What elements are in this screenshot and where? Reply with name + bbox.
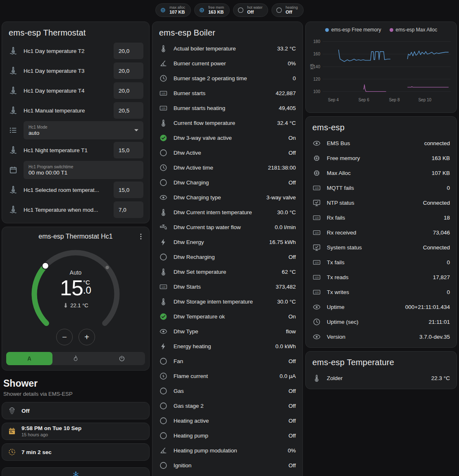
entity-row[interactable]: Uptime 000+21:11:01.434 [306, 299, 457, 314]
entity-row[interactable]: 123 Rx received 73,046 [306, 225, 457, 240]
thermostat-dial[interactable]: Auto 15 °C .0 22.1 °C − + [26, 243, 125, 345]
increase-temp-button[interactable]: + [78, 329, 95, 345]
legend-label: ems-esp Max Alloc [396, 27, 438, 33]
entity-input[interactable]: Hc1 Mode auto [24, 121, 143, 139]
entity-row[interactable]: EMS Bus connected [306, 136, 457, 151]
entity-row[interactable]: 123 Tx reads 17,827 [306, 270, 457, 285]
entity-row[interactable]: Dhw Storage intern temperature 30.0 °C [152, 294, 302, 309]
entity-input[interactable]: Hc1 Program switchtime 00 mo 00:00 T1 [24, 161, 143, 179]
entity-row[interactable]: Burner stage 2 operating time 0 [152, 71, 302, 86]
entity-row[interactable]: Dhw 3-way valve active On [152, 130, 302, 145]
chip-value: 107 KB [169, 10, 185, 15]
entity-value: 49,405 [279, 105, 296, 111]
entity-row[interactable]: Heating pump modulation 0% [152, 443, 302, 458]
entity-label: Free memory [327, 155, 426, 161]
status-chip[interactable]: heating Off [271, 3, 304, 17]
entity-row[interactable]: Current flow temperature 32.4 °C [152, 115, 302, 130]
svg-text:123: 123 [162, 285, 165, 288]
chart-legend: ems-esp Free memory ems-esp Max Alloc [309, 24, 453, 33]
mode-heat-button[interactable] [52, 352, 99, 365]
entity-input[interactable]: 15,0 [114, 182, 143, 198]
entity-input[interactable]: 20,5 [114, 102, 143, 119]
entity-row[interactable]: Dhw Type flow [152, 324, 302, 339]
entity-row[interactable]: Ignition Off [152, 458, 302, 473]
entity-input[interactable]: 20,0 [114, 43, 143, 59]
entity-label: Heating pump [174, 433, 283, 439]
header-chips: max alloc 107 KB free mem 163 KB hot wat… [0, 0, 459, 20]
entity-row[interactable]: Energy heating 0.0 kWh [152, 339, 302, 354]
status-chip[interactable]: free mem 163 KB [194, 3, 230, 17]
entity-row[interactable]: Dhw Temperature ok On [152, 309, 302, 324]
entity-row[interactable]: Free memory 163 KB [306, 151, 457, 165]
mode-auto-button[interactable] [6, 352, 52, 365]
decrease-temp-button[interactable]: − [56, 329, 73, 345]
entity-row[interactable]: Gas Off [152, 383, 302, 398]
more-menu-icon[interactable] [137, 232, 145, 241]
entity-row[interactable]: Actual boiler temperature 33.2 °C [152, 41, 302, 56]
entity-row[interactable]: 123 Dhw Starts 373,482 [152, 279, 302, 294]
shower-last-time-row[interactable]: 9:58 PM on Tue 10 Sep 15 hours ago [2, 423, 150, 440]
entity-row[interactable]: Dhw Active time 2181:38:00 [152, 160, 302, 175]
entity-input[interactable]: 20,0 [114, 82, 143, 99]
entity-row[interactable]: 123 Rx fails 18 [306, 210, 457, 225]
entity-row[interactable]: 123 Tx fails 0 [306, 255, 457, 270]
entity-value: Off [288, 418, 296, 424]
entity-value: 22.3 °C [431, 375, 450, 381]
circle-icon [159, 431, 168, 440]
shower-duration-row[interactable]: 7 min 2 sec [2, 443, 150, 461]
entity-row[interactable]: Fan Off [152, 354, 302, 368]
entity-row[interactable]: Dhw Current tap water flow 0.0 l/min [152, 220, 302, 234]
entity-value: Connected [423, 244, 450, 251]
entity-value: flow [286, 328, 296, 335]
entity-value: On [288, 135, 296, 141]
entity-row[interactable]: NTP status Connected [306, 195, 457, 210]
entity-row[interactable]: Dhw Recharging Off [152, 249, 302, 264]
entity-row[interactable]: Dhw Active Off [152, 145, 302, 160]
entity-row[interactable]: Dhw Energy 16.75 kWh [152, 234, 302, 249]
left-column: ems-esp Thermostat Hc1 Day temperature T… [2, 22, 150, 476]
entity-row[interactable]: Max Alloc 107 KB [306, 165, 457, 180]
status-chip[interactable]: max alloc 107 KB [155, 3, 191, 17]
entity-row[interactable]: Gas stage 2 Off [152, 398, 302, 413]
circle-icon [237, 7, 244, 14]
entity-row[interactable]: 123 Tx writes 0 [306, 285, 457, 299]
entity-row[interactable]: Flame current 0.0 µA [152, 368, 302, 383]
entity-row[interactable]: Zolder 22.3 °C [306, 371, 457, 385]
entity-input[interactable]: 20,0 [114, 62, 143, 79]
entity-row[interactable]: Dhw Set temperature 62 °C [152, 264, 302, 279]
card-title: ems-esp Thermostat [2, 22, 149, 41]
svg-text:123: 123 [315, 187, 319, 189]
entity-row[interactable]: Uptime (sec) 21:11:01 [306, 314, 457, 329]
chip-label: heating [285, 5, 298, 10]
partial-card [2, 467, 150, 476]
entity-row[interactable]: Burner current power 0% [152, 56, 302, 71]
entity-row[interactable]: 123 Burner starts 422,887 [152, 86, 302, 100]
status-chip[interactable]: hot water Off [233, 3, 268, 17]
entity-row[interactable]: System status Connected [306, 240, 457, 255]
entity-row[interactable]: Dhw Charging Off [152, 175, 302, 190]
legend-item-max-alloc[interactable]: ems-esp Max Alloc [390, 27, 438, 33]
entity-row[interactable]: 123 Burner starts heating 49,405 [152, 100, 302, 115]
entity-label: Tx writes [327, 289, 441, 295]
entity-label: Dhw Active [174, 150, 283, 156]
shower-state-row[interactable]: Off [2, 402, 150, 419]
legend-dot [390, 28, 393, 32]
entity-row[interactable]: Dhw Current intern temperature 30.0 °C [152, 205, 302, 220]
circle-icon [159, 357, 168, 366]
input-label: Hc1 Program switchtime [29, 164, 138, 170]
entity-input[interactable]: 15,0 [114, 142, 143, 158]
entity-label: Tx reads [327, 274, 427, 280]
temperature-card: ems-esp Temperature Zolder 22.3 °C [305, 351, 457, 389]
legend-item-free-memory[interactable]: ems-esp Free memory [325, 27, 381, 33]
entity-input[interactable]: 7,0 [114, 201, 143, 218]
entity-row[interactable]: Dhw Charging type 3-way valve [152, 190, 302, 205]
entity-row[interactable]: Heating active Off [152, 413, 302, 428]
chip-value: 163 KB [208, 10, 224, 15]
emsesp-card: ems-esp EMS Bus connected Free memory 16… [305, 116, 457, 348]
entity-value: 30.0 °C [277, 299, 296, 305]
svg-text:KB: KB [310, 64, 314, 69]
mode-off-button[interactable] [99, 352, 145, 365]
entity-row[interactable]: 123 MQTT fails 0 [306, 180, 457, 195]
entity-row[interactable]: Version 3.7.0-dev.35 [306, 329, 457, 344]
entity-row[interactable]: Heating pump Off [152, 428, 302, 443]
